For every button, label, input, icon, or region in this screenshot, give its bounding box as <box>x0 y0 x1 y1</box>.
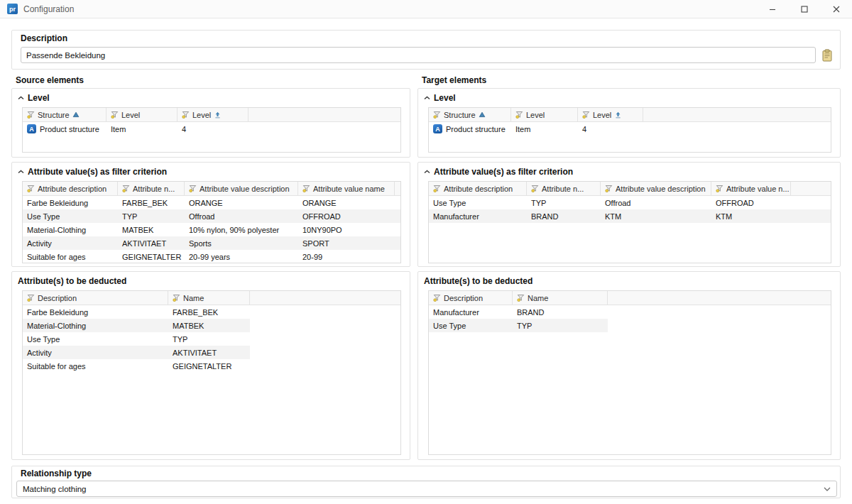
table-row[interactable]: AProduct structure Item 4 <box>429 122 831 136</box>
col-header-value-name[interactable]: Attribute value n... <box>711 182 791 195</box>
target-level-panel: Level Structure Level Level AProduct str… <box>417 88 841 158</box>
sort-asc-icon <box>72 111 80 118</box>
source-filter-section-header[interactable]: Attribute value(s) as filter criterion <box>18 167 167 177</box>
col-header-attr-description[interactable]: Attribute description <box>429 182 527 195</box>
paste-button[interactable] <box>819 47 835 63</box>
source-filter-panel: Attribute value(s) as filter criterion A… <box>11 162 410 267</box>
attribute-icon <box>433 294 441 302</box>
col-header-structure[interactable]: Structure <box>429 108 511 121</box>
section-title: Level <box>28 93 50 103</box>
table-row[interactable]: Manufacturer BRAND <box>429 305 608 319</box>
table-header-row: Structure Level Level <box>23 108 400 122</box>
table-row[interactable]: Use Type TYP <box>23 332 250 346</box>
attribute-icon <box>122 185 130 192</box>
cell: Activity <box>23 349 168 357</box>
cell: Manufacturer <box>429 212 527 221</box>
table-row[interactable]: Activity AKTIVITAET <box>23 346 250 359</box>
cell: Suitable for ages <box>23 253 118 261</box>
cell-text: Product structure <box>446 125 506 133</box>
relationship-select[interactable]: Matching clothing <box>16 481 837 497</box>
col-header-name[interactable]: Name <box>513 291 608 305</box>
cell: TYP <box>527 199 601 207</box>
table-row[interactable]: AProduct structure Item 4 <box>23 122 400 136</box>
col-header-label: Attribute value name <box>313 185 385 193</box>
col-header-attr-name[interactable]: Attribute n... <box>527 182 601 195</box>
table-row[interactable]: Use Type TYP <box>429 319 608 332</box>
col-header-label: Attribute value description <box>200 185 290 193</box>
table-row[interactable]: Material-Clothing MATBEK <box>23 319 250 332</box>
level-cell: Item <box>106 125 178 133</box>
cell: TYP <box>513 322 608 330</box>
table-row[interactable]: Farbe Bekleidung FARBE_BEK <box>23 305 250 319</box>
col-header-description[interactable]: Description <box>23 291 168 305</box>
table-row[interactable]: Material-Clothing MATBEK 10% nylon, 90% … <box>23 223 400 236</box>
cell: Material-Clothing <box>23 226 118 234</box>
source-elements-label: Source elements <box>16 75 84 85</box>
level-cell: Item <box>511 125 578 133</box>
table-row[interactable]: Activity AKTIVITAET Sports SPORT <box>23 236 400 250</box>
maximize-button[interactable] <box>788 0 820 18</box>
cell: SPORT <box>298 239 395 248</box>
collapse-icon <box>18 170 24 174</box>
description-input[interactable] <box>21 47 816 63</box>
table-row[interactable]: Suitable for ages GEIGNETALTER 20-99 yea… <box>23 250 400 263</box>
col-header-label: Attribute n... <box>542 185 584 193</box>
description-panel: Description <box>11 30 841 70</box>
col-header-attr-description[interactable]: Attribute description <box>23 182 118 195</box>
table-header-row: Attribute description Attribute n... Att… <box>23 182 400 196</box>
col-header-filler <box>248 108 400 121</box>
col-header-structure[interactable]: Structure <box>23 108 106 121</box>
minimize-button[interactable] <box>756 0 788 18</box>
table-row[interactable]: Manufacturer BRAND KTM KTM <box>429 209 831 223</box>
col-header-level[interactable]: Level <box>106 108 178 121</box>
level2-cell: 4 <box>178 125 248 133</box>
col-header-label: Description <box>444 294 483 302</box>
col-header-value-description[interactable]: Attribute value description <box>601 182 711 195</box>
source-level-section-header[interactable]: Level <box>18 93 50 103</box>
attribute-icon <box>182 111 190 119</box>
target-level-table: Structure Level Level AProduct structure… <box>428 107 831 153</box>
attribute-icon <box>605 185 613 192</box>
attribute-icon <box>531 185 539 192</box>
cell: AKTIVITAET <box>118 239 185 248</box>
col-header-label: Level <box>121 111 140 119</box>
col-header-description[interactable]: Description <box>429 291 513 305</box>
structure-cell: AProduct structure <box>429 124 511 133</box>
target-filter-section-header[interactable]: Attribute value(s) as filter criterion <box>424 167 573 177</box>
col-header-level2[interactable]: Level <box>178 108 248 121</box>
target-deduct-panel: Attribute(s) to be deducted Description … <box>417 271 841 460</box>
col-header-label: Attribute n... <box>133 185 175 193</box>
cell: Use Type <box>23 212 118 221</box>
col-header-label: Name <box>528 294 548 302</box>
col-header-value-name[interactable]: Attribute value name <box>298 182 395 195</box>
source-deduct-panel: Attribute(s) to be deducted Description … <box>11 271 410 460</box>
col-header-value-description[interactable]: Attribute value description <box>185 182 298 195</box>
table-row[interactable]: Use Type TYP Offroad OFFROAD <box>23 209 400 223</box>
col-header-level2[interactable]: Level <box>578 108 643 121</box>
attribute-icon <box>173 294 180 302</box>
close-button[interactable] <box>820 0 852 18</box>
col-header-filler <box>643 108 831 121</box>
cell: Farbe Bekleidung <box>23 199 118 207</box>
maximize-icon <box>801 6 808 13</box>
cell: Use Type <box>429 322 513 330</box>
attribute-icon <box>433 185 441 192</box>
table-row[interactable]: Suitable for ages GEIGNETALTER <box>23 359 250 373</box>
app-logo-icon: pr <box>7 4 18 14</box>
section-title: Attribute value(s) as filter criterion <box>28 167 167 177</box>
cell: OFFROAD <box>298 212 395 221</box>
table-row[interactable]: Farbe Bekleidung FARBE_BEK ORANGE ORANGE <box>23 196 400 209</box>
section-title: Attribute(s) to be deducted <box>18 276 126 286</box>
window-controls <box>756 0 852 18</box>
table-row[interactable]: Use Type TYP Offroad OFFROAD <box>429 196 831 209</box>
target-level-section-header[interactable]: Level <box>424 93 456 103</box>
col-header-name[interactable]: Name <box>168 291 250 305</box>
clipboard-icon <box>821 49 833 62</box>
col-header-attr-name[interactable]: Attribute n... <box>118 182 185 195</box>
col-header-level[interactable]: Level <box>511 108 578 121</box>
relationship-label: Relationship type <box>21 469 92 478</box>
target-elements-label: Target elements <box>422 75 486 85</box>
col-header-label: Level <box>192 111 211 119</box>
relationship-value: Matching clothing <box>23 485 87 493</box>
sort-asc-icon <box>479 111 486 118</box>
